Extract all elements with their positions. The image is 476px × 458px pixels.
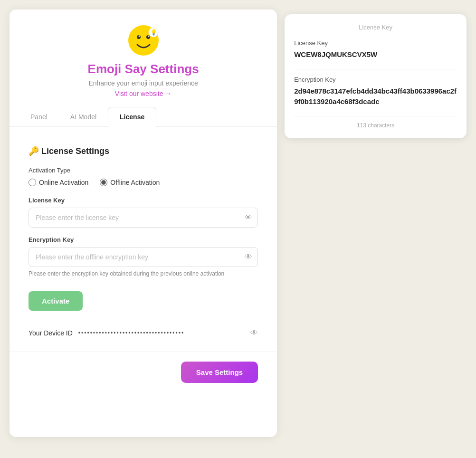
online-activation-option[interactable]: Online Activation bbox=[29, 179, 88, 186]
encryption-key-field-name: Encryption Key bbox=[294, 76, 457, 83]
device-id-label: Your Device ID bbox=[29, 329, 73, 337]
emoji-say-icon: 💡 bbox=[127, 24, 160, 57]
license-key-label: License Key bbox=[29, 197, 258, 204]
app-header: 💡 Emoji Say Settings Enhance your emoji … bbox=[10, 10, 277, 102]
license-key-eye-icon[interactable]: 👁 bbox=[245, 213, 252, 222]
license-key-field-value: WCEW8JQMUKSCVX5W bbox=[294, 49, 457, 60]
encryption-key-input[interactable] bbox=[29, 247, 258, 267]
license-key-input-wrapper: 👁 bbox=[29, 208, 258, 228]
svg-point-3 bbox=[138, 36, 140, 37]
encryption-key-field-group: Encryption Key 👁 Please enter the encryp… bbox=[29, 236, 258, 278]
online-activation-label: Online Activation bbox=[39, 179, 88, 186]
section-title: 🔑 License Settings bbox=[29, 146, 258, 156]
activation-type-group: Online Activation Offline Activation bbox=[29, 179, 258, 186]
visit-website-link[interactable]: Visit our website → bbox=[115, 90, 172, 97]
tab-panel[interactable]: Panel bbox=[19, 107, 59, 126]
offline-activation-radio[interactable] bbox=[100, 179, 107, 186]
license-card-title: License Key bbox=[294, 24, 457, 31]
license-content: 🔑 License Settings Activation Type Onlin… bbox=[10, 132, 277, 352]
tab-bar: Panel AI Model License bbox=[10, 107, 277, 127]
license-key-input[interactable] bbox=[29, 208, 258, 228]
activate-button[interactable]: Activate bbox=[29, 291, 83, 311]
offline-activation-option[interactable]: Offline Activation bbox=[100, 179, 160, 186]
device-id-value: •••••••••••••••••••••••••••••••••••• bbox=[78, 330, 245, 336]
tab-ai-model[interactable]: AI Model bbox=[59, 107, 108, 126]
offline-activation-label: Offline Activation bbox=[110, 179, 160, 186]
encryption-key-input-wrapper: 👁 bbox=[29, 247, 258, 267]
license-key-block: License Key WCEW8JQMUKSCVX5W bbox=[294, 39, 457, 60]
encryption-key-field-value: 2d94e878c3147efcb4dd34bc43ff43b0633996ac… bbox=[294, 86, 457, 107]
save-settings-button[interactable]: Save Settings bbox=[181, 362, 258, 383]
card-divider bbox=[294, 69, 457, 69]
app-subtitle: Enhance your emoji input experience bbox=[88, 79, 198, 87]
device-id-eye-icon[interactable]: 👁 bbox=[250, 329, 258, 337]
license-key-card: License Key License Key WCEW8JQMUKSCVX5W… bbox=[285, 14, 466, 138]
panel-footer: Save Settings bbox=[10, 352, 277, 392]
activation-type-label: Activation Type bbox=[29, 167, 258, 174]
online-activation-radio[interactable] bbox=[29, 179, 36, 186]
encryption-hint: Please enter the encryption key obtained… bbox=[29, 270, 258, 278]
svg-point-4 bbox=[148, 36, 149, 37]
license-key-field-group: License Key 👁 bbox=[29, 197, 258, 228]
encryption-key-eye-icon[interactable]: 👁 bbox=[245, 253, 252, 261]
device-id-row: Your Device ID •••••••••••••••••••••••••… bbox=[29, 329, 258, 337]
tab-license[interactable]: License bbox=[108, 107, 156, 127]
svg-text:💡: 💡 bbox=[150, 29, 157, 36]
char-count: 113 characters bbox=[294, 116, 457, 129]
encryption-key-block: Encryption Key 2d94e878c3147efcb4dd34bc4… bbox=[294, 76, 457, 107]
license-key-field-name: License Key bbox=[294, 39, 457, 47]
settings-panel: 💡 Emoji Say Settings Enhance your emoji … bbox=[10, 10, 277, 437]
app-title: Emoji Say Settings bbox=[88, 62, 199, 76]
encryption-key-label: Encryption Key bbox=[29, 236, 258, 243]
